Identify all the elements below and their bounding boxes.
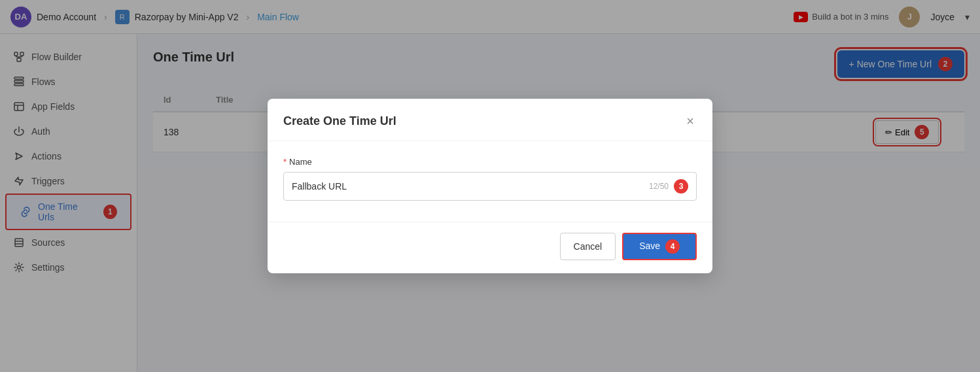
modal-footer: Cancel Save 4 bbox=[268, 222, 712, 273]
required-star: * bbox=[283, 157, 287, 167]
modal-overlay[interactable]: Create One Time Url × * Name 12/50 3 Can… bbox=[0, 0, 980, 372]
char-count: 12/50 bbox=[649, 182, 669, 191]
annotation-4: 4 bbox=[665, 239, 680, 254]
name-input-wrapper: 12/50 3 bbox=[283, 172, 697, 201]
name-input[interactable] bbox=[292, 181, 649, 192]
modal-body: * Name 12/50 3 bbox=[268, 141, 712, 211]
annotation-3: 3 bbox=[674, 179, 688, 194]
cancel-button[interactable]: Cancel bbox=[560, 233, 616, 260]
modal-header: Create One Time Url × bbox=[268, 99, 712, 141]
modal-close-button[interactable]: × bbox=[684, 112, 697, 130]
save-button[interactable]: Save 4 bbox=[622, 233, 697, 260]
name-label: * Name bbox=[283, 157, 697, 167]
modal-title: Create One Time Url bbox=[283, 114, 396, 128]
create-modal: Create One Time Url × * Name 12/50 3 Can… bbox=[268, 99, 712, 273]
